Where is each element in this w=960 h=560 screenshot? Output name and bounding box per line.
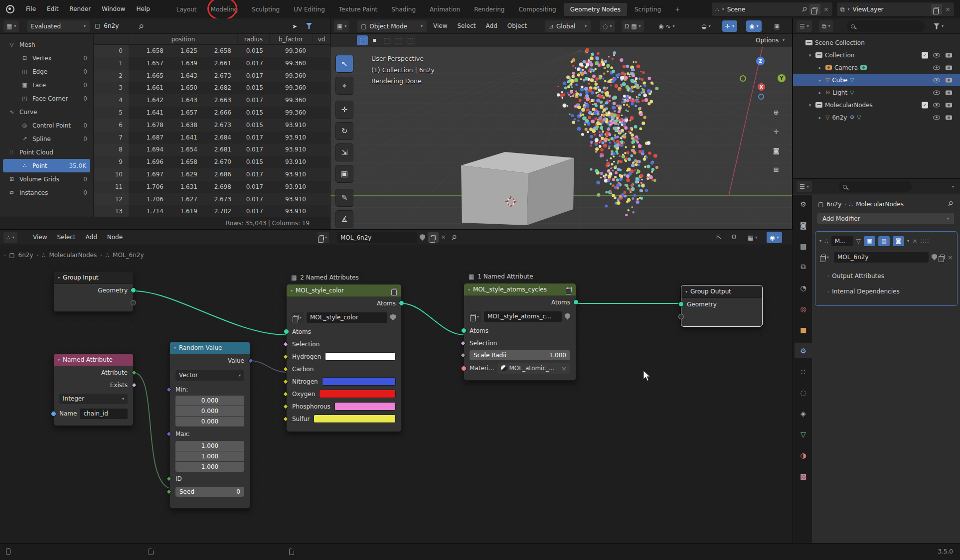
eye-visibility-icon[interactable] bbox=[933, 53, 940, 57]
editor-type-button[interactable]: ☰▾ bbox=[797, 181, 812, 192]
breadcrumb-item[interactable]: MOL_6n2y bbox=[113, 252, 144, 259]
eye-visibility-icon[interactable] bbox=[933, 78, 940, 82]
delete-view-layer-button[interactable]: × bbox=[945, 5, 951, 13]
properties-tab-world[interactable]: ◎ bbox=[795, 301, 812, 316]
pivot-point-dropdown[interactable]: ◌▾ bbox=[600, 20, 615, 32]
fake-user-shield-icon[interactable] bbox=[932, 254, 937, 261]
properties-tab-object-data[interactable]: ▽ bbox=[795, 426, 812, 442]
atoms-socket[interactable] bbox=[284, 329, 289, 334]
extras-chevron-icon[interactable]: ▾ bbox=[907, 239, 909, 243]
menu-render[interactable]: Render bbox=[64, 0, 96, 18]
outliner-row-molecularnodes[interactable]: ▾MolecularNodes✓ bbox=[793, 99, 960, 111]
pan-hand-icon[interactable]: ✛ bbox=[770, 125, 783, 138]
properties-tab-view-layer[interactable]: ⧉ bbox=[795, 259, 812, 275]
render-visibility-icon[interactable] bbox=[946, 103, 952, 107]
chevron-down-icon[interactable]: ▾ bbox=[722, 7, 724, 11]
workspace-tab-uv-editing[interactable]: UV Editing bbox=[287, 3, 331, 16]
drag-handle[interactable]: ∷∷ bbox=[921, 238, 929, 245]
xray-toggle[interactable]: ▣ bbox=[771, 20, 783, 32]
scene-name[interactable]: Scene bbox=[727, 6, 799, 13]
properties-tab-tool[interactable]: ⚙ bbox=[795, 196, 812, 212]
seed-field[interactable]: Seed0 bbox=[175, 487, 244, 497]
max-z-field[interactable]: 1.000 bbox=[175, 462, 244, 472]
scene-selector[interactable]: ∴▾ Scene ⚲ × bbox=[712, 2, 832, 16]
data-source-face-corner[interactable]: ◰Face Corner0 bbox=[0, 92, 93, 105]
material-field[interactable]: MOL_atomic_...× bbox=[497, 363, 570, 374]
node-group-input[interactable]: ▾Group Input Geometry bbox=[53, 271, 134, 312]
checkbox[interactable]: ✓ bbox=[922, 102, 928, 108]
breadcrumb-item[interactable]: MolecularNodes bbox=[49, 252, 97, 259]
workspace-tab-sculpting[interactable]: Sculpting bbox=[245, 3, 286, 16]
color-swatch[interactable] bbox=[334, 402, 396, 411]
editor-type-button[interactable]: ∴▾ bbox=[3, 232, 17, 243]
geometry-socket[interactable] bbox=[678, 301, 684, 307]
node-group-name-field[interactable]: MOL_6n2y bbox=[337, 232, 417, 243]
workspace-tab-modeling[interactable]: Modeling bbox=[204, 3, 245, 16]
atoms-socket[interactable] bbox=[399, 300, 404, 306]
view-layer-selector[interactable]: ⧉▾ ViewLayer × bbox=[837, 2, 954, 16]
visibility-dropdown[interactable]: ◒▾ bbox=[698, 20, 714, 32]
expander-icon[interactable]: ▸ bbox=[817, 78, 823, 83]
expander-icon[interactable]: ▾ bbox=[807, 53, 813, 58]
snap-magnet-icon[interactable]: Ω bbox=[732, 234, 736, 241]
data-source-point-cloud[interactable]: ∷Point Cloud bbox=[0, 145, 93, 159]
eye-visibility-icon[interactable] bbox=[933, 103, 940, 107]
render-visibility-icon[interactable] bbox=[946, 53, 952, 57]
snap-target-dropdown[interactable]: ▦▾ bbox=[745, 232, 760, 243]
expander-icon[interactable]: ▸ bbox=[817, 65, 823, 70]
select-mode-lasso[interactable] bbox=[393, 35, 404, 45]
unlink-button[interactable]: × bbox=[948, 254, 953, 261]
node-mol-style-atoms-cycles[interactable]: ▦1 Named Attribute ▾MOL_style_atoms_cycl… bbox=[464, 283, 576, 381]
outliner-row-collection[interactable]: ▾Collection✓ bbox=[793, 49, 960, 61]
transform-orientation-dropdown[interactable]: ⊿Global▾ bbox=[545, 20, 591, 32]
properties-tab-render[interactable]: ◙ bbox=[795, 217, 812, 233]
gizmo-dropdown[interactable]: ✛▾ bbox=[722, 20, 737, 32]
render-visibility-icon[interactable] bbox=[946, 65, 952, 70]
evaluation-mode-dropdown[interactable]: Evaluated▾ bbox=[27, 20, 90, 32]
min-y-field[interactable]: 0.000 bbox=[175, 406, 244, 416]
eye-visibility-icon[interactable] bbox=[933, 90, 940, 95]
properties-tab-scene[interactable]: ◔ bbox=[795, 280, 812, 295]
properties-tab-constraints[interactable]: ◈ bbox=[795, 406, 812, 421]
collapse-chevron-icon[interactable]: ▾ bbox=[819, 239, 821, 243]
workspace-tab-layout[interactable]: Layout bbox=[170, 3, 203, 16]
unlink-material-icon[interactable]: × bbox=[561, 365, 567, 372]
outliner-row-light[interactable]: ▸⊙Light▽ bbox=[793, 86, 960, 99]
column-vd[interactable]: vd bbox=[312, 34, 330, 45]
menu-file[interactable]: File bbox=[20, 0, 41, 18]
geometry-node-editor[interactable]: ∴▾ ViewSelectAddNode ▾ MOL_6n2y × ⚲ ⇱ Ω … bbox=[0, 229, 793, 543]
new-scene-button[interactable] bbox=[809, 4, 820, 14]
editor-type-button[interactable]: ▣▾ bbox=[334, 20, 349, 32]
camera-view-icon[interactable]: ◙ bbox=[770, 144, 783, 157]
mode-dropdown[interactable]: ▢Object Mode▾ bbox=[357, 20, 427, 32]
name-socket[interactable] bbox=[51, 411, 56, 417]
node-group-browse-button[interactable]: ▾ bbox=[292, 312, 304, 323]
options-dropdown[interactable]: Options▾ bbox=[752, 35, 789, 45]
data-source-point[interactable]: ∴Point35.0K bbox=[3, 159, 90, 172]
color-swatch[interactable] bbox=[314, 415, 396, 423]
workspace-tab-shading[interactable]: Shading bbox=[385, 3, 422, 16]
expander-icon[interactable]: ▾ bbox=[807, 103, 813, 108]
node-menu-select[interactable]: Select bbox=[52, 230, 80, 245]
output-attributes-panel[interactable]: › Output Attributes bbox=[827, 273, 884, 280]
pin-icon[interactable]: ⚲ bbox=[137, 22, 145, 31]
add-workspace-tab[interactable]: + bbox=[668, 3, 686, 16]
outliner-row-cube[interactable]: ▸▽Cube▽ bbox=[793, 74, 960, 86]
on-cage-icon[interactable]: ▽ bbox=[856, 238, 861, 245]
annotate-tool[interactable]: ✎ bbox=[335, 189, 353, 207]
row-filter-toggle-icon[interactable]: ➤ bbox=[292, 23, 297, 30]
rotate-tool[interactable]: ↻ bbox=[335, 122, 353, 140]
eye-visibility-icon[interactable] bbox=[933, 65, 940, 70]
node-group-browse-button[interactable]: ▾ bbox=[819, 252, 831, 263]
properties-tab-object[interactable]: ■ bbox=[795, 322, 812, 337]
data-source-face[interactable]: ▣Face0 bbox=[0, 78, 93, 92]
properties-tab-material[interactable]: ◑ bbox=[795, 447, 812, 463]
blender-logo-icon[interactable] bbox=[6, 5, 14, 13]
viewport-menu-view[interactable]: View bbox=[428, 18, 452, 34]
data-source-spline[interactable]: ↗Spline0 bbox=[0, 132, 93, 145]
column-position[interactable]: position bbox=[129, 34, 237, 45]
data-source-edge[interactable]: ◫Edge0 bbox=[0, 65, 93, 78]
modifier-name-field[interactable]: M... bbox=[831, 236, 853, 246]
data-source-control-point[interactable]: ◎Control Point0 bbox=[0, 119, 93, 132]
workspace-tab-rendering[interactable]: Rendering bbox=[468, 3, 511, 16]
